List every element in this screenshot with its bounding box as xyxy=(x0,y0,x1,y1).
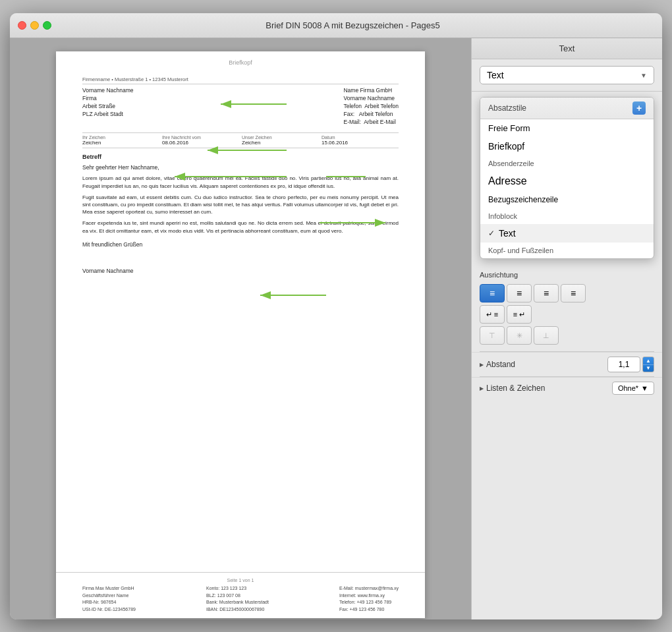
text-dropdown-label: Text xyxy=(487,70,504,80)
absatzstile-header: Absatzstile + xyxy=(480,98,654,119)
footer-col-3: E-Mail: mustermax@firma.xy Internet: www… xyxy=(339,585,399,613)
paragraph-2: Fugit suavitate ad eam, ut essent debiti… xyxy=(82,194,399,216)
valign-bottom-button[interactable]: ⊥ xyxy=(534,326,559,345)
ref-ihr-zeichen: Ihr Zeichen Zeichen xyxy=(82,135,159,146)
style-item-adresse[interactable]: Adresse xyxy=(480,171,654,191)
traffic-lights xyxy=(18,21,51,30)
panel-header: Text xyxy=(472,38,662,59)
align-justify-button[interactable]: ≡ xyxy=(561,284,586,302)
style-item-briefkopf[interactable]: Briefkopf xyxy=(480,137,654,156)
maximize-button[interactable] xyxy=(43,21,51,30)
align-right-button[interactable]: ≡ xyxy=(534,284,559,302)
dropdown-arrow-icon: ▼ xyxy=(640,72,647,79)
absatzstile-panel: Absatzstile + Freie Form Briefkopf Absen… xyxy=(480,97,654,259)
paragraph-3: Facer expetenda ius te, sint mundi aperi… xyxy=(82,219,399,234)
listen-section: ▶ Listen & Zeichen Ohne* ▼ xyxy=(472,377,662,399)
style-item-freie-form[interactable]: Freie Form xyxy=(480,119,654,137)
titlebar: Brief DIN 5008 A mit Bezugszeichen - Pag… xyxy=(10,13,662,38)
abstand-input[interactable] xyxy=(607,357,640,372)
abstand-triangle-icon: ▶ xyxy=(480,362,484,368)
signatory: Vorname Nachname xyxy=(82,268,399,274)
absatzstile-add-button[interactable]: + xyxy=(632,101,646,115)
subject-line: Betreff xyxy=(82,154,399,160)
abstand-stepper[interactable]: ▲ ▼ xyxy=(642,357,654,372)
text-section: Text ▼ xyxy=(472,59,662,92)
indent-increase-button[interactable]: ↵ ≡ xyxy=(480,305,505,324)
footer-col-1: Firma Max Muster GmbH Geschäftsführer Na… xyxy=(82,585,136,613)
align-buttons-row1: ≡ ≡ ≡ ≡ xyxy=(480,284,654,302)
abstand-label: ▶ Abstand xyxy=(480,360,515,369)
style-item-bezugszeichenzeile[interactable]: Bezugszeichenzeile xyxy=(480,191,654,208)
align-buttons-row3: ⊤ ✳ ⊥ xyxy=(480,326,654,345)
abstand-control: ▲ ▼ xyxy=(607,357,654,372)
document-page: Briefkopf Firmenname • Musterstraße 1 • … xyxy=(56,51,425,618)
stepper-up[interactable]: ▲ xyxy=(643,357,654,365)
listen-label: ▶ Listen & Zeichen xyxy=(480,384,545,393)
sender-line: Firmenname • Musterstraße 1 • 12345 Must… xyxy=(82,76,399,84)
ausrichtung-label: Ausrichtung xyxy=(480,271,654,279)
valign-top-button[interactable]: ⊤ xyxy=(480,326,505,345)
paragraph-1: Lorem ipsum ad qui amet dolore, vitae ce… xyxy=(82,175,399,189)
address-block: Vorname Nachname Firma Arbeit Straße PLZ… xyxy=(82,87,399,126)
reference-line: Ihr Zeichen Zeichen Ihre Nachricht vom 0… xyxy=(82,132,399,148)
listen-dropdown-arrow-icon: ▼ xyxy=(641,384,648,392)
absatzstile-title: Absatzstile xyxy=(488,103,526,113)
ref-unser-zeichen: Unser Zeichen Zeichen xyxy=(242,135,319,146)
listen-dropdown[interactable]: Ohne* ▼ xyxy=(612,382,654,395)
document-area[interactable]: Briefkopf Firmenname • Musterstraße 1 • … xyxy=(10,38,471,619)
app-window: Brief DIN 5008 A mit Bezugszeichen - Pag… xyxy=(10,13,662,619)
minimize-button[interactable] xyxy=(30,21,39,30)
ausrichtung-section: Ausrichtung ≡ ≡ ≡ ≡ ↵ ≡ ≡ ↵ ⊤ ✳ ⊥ xyxy=(472,264,662,351)
briefkopf-label: Briefkopf xyxy=(229,59,252,66)
text-dropdown[interactable]: Text ▼ xyxy=(480,66,654,84)
close-button[interactable] xyxy=(18,21,26,30)
ref-datum: Datum 15.06.2016 xyxy=(322,135,399,146)
window-content: Briefkopf Firmenname • Musterstraße 1 • … xyxy=(10,38,662,619)
salutation: Sehr geehrter Herr Nachname, xyxy=(82,164,399,171)
footer-content: Firma Max Muster GmbH Geschäftsführer Na… xyxy=(82,585,399,613)
align-center-button[interactable]: ≡ xyxy=(507,284,532,302)
window-title: Brief DIN 5008 A mit Bezugszeichen - Pag… xyxy=(51,20,654,30)
indent-decrease-button[interactable]: ≡ ↵ xyxy=(507,305,532,324)
checkmark-icon: ✓ xyxy=(488,229,495,238)
page-content: Firmenname • Musterstraße 1 • 12345 Must… xyxy=(56,70,425,284)
style-item-kopf-fusszeilen[interactable]: Kopf- und Fußzeilen xyxy=(480,243,654,258)
page-footer: Seite 1 von 1 Firma Max Muster GmbH Gesc… xyxy=(56,572,425,618)
align-buttons-row2: ↵ ≡ ≡ ↵ xyxy=(480,305,654,324)
style-item-infoblock[interactable]: Infoblock xyxy=(480,208,654,224)
style-item-text[interactable]: ✓ Text xyxy=(480,224,654,243)
valign-middle-button[interactable]: ✳ xyxy=(507,326,532,345)
footer-col-2: Konto: 123 123 123 BLZ: 123 007 08 Bank:… xyxy=(206,585,269,613)
listen-triangle-icon: ▶ xyxy=(480,386,484,391)
abstand-section: ▶ Abstand ▲ ▼ xyxy=(472,352,662,376)
page-number: Seite 1 von 1 xyxy=(82,578,399,583)
page-header: Briefkopf xyxy=(56,51,425,70)
address-left: Vorname Nachname Firma Arbeit Straße PLZ… xyxy=(82,87,134,126)
style-item-absenderzeile[interactable]: Absenderzeile xyxy=(480,156,654,171)
right-panel: Text Text ▼ Absatzstile + Fr xyxy=(471,38,662,619)
stepper-down[interactable]: ▼ xyxy=(643,365,654,372)
address-right: Name Firma GmbH Vorname Nachname Telefon… xyxy=(343,87,399,126)
ref-nachricht: Ihre Nachricht vom 08.06.2016 xyxy=(162,135,239,146)
title-text: Brief DIN 5008 A mit Bezugszeichen - Pag… xyxy=(266,20,439,30)
align-left-button[interactable]: ≡ xyxy=(480,284,505,302)
closing: Mit freundlichen Grüßen xyxy=(82,241,399,248)
